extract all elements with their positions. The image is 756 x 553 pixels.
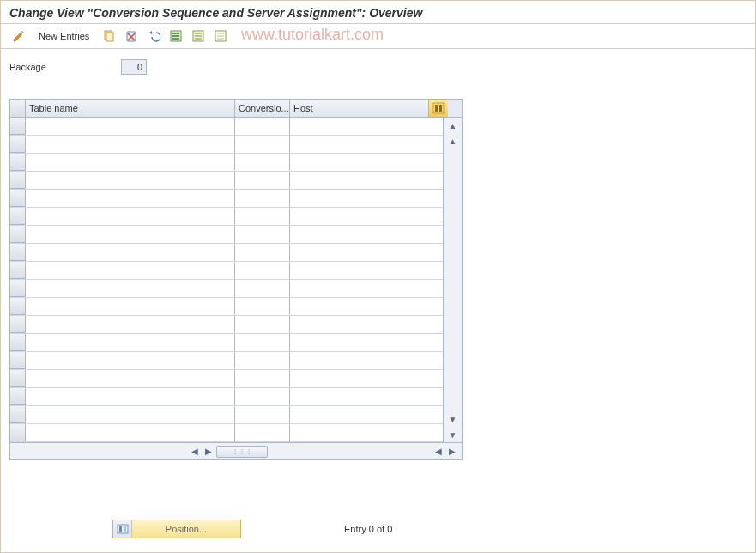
table-row[interactable]	[10, 136, 443, 154]
scroll-up2-icon[interactable]: ▲	[445, 133, 462, 149]
vertical-scrollbar[interactable]: ▲ ▲ ▼ ▼	[443, 118, 462, 442]
cell-host[interactable]	[290, 136, 429, 153]
table-row[interactable]	[10, 208, 443, 226]
row-selector[interactable]	[10, 226, 26, 243]
cell-conversion[interactable]	[235, 208, 290, 225]
row-selector[interactable]	[10, 424, 26, 441]
row-selector[interactable]	[10, 244, 26, 261]
cell-conversion[interactable]	[235, 352, 290, 369]
deselect-all-icon[interactable]	[211, 27, 230, 45]
cell-host[interactable]	[290, 118, 429, 135]
table-row[interactable]	[10, 118, 443, 136]
package-input[interactable]: 0	[121, 59, 147, 75]
row-selector[interactable]	[10, 352, 26, 369]
select-block-icon[interactable]	[189, 27, 208, 45]
cell-conversion[interactable]	[235, 154, 290, 171]
table-row[interactable]	[10, 262, 443, 280]
cell-host[interactable]	[290, 172, 429, 189]
cell-table-name[interactable]	[26, 334, 235, 351]
cell-conversion[interactable]	[235, 172, 290, 189]
row-selector[interactable]	[10, 136, 26, 153]
cell-table-name[interactable]	[26, 244, 235, 261]
cell-host[interactable]	[290, 388, 429, 405]
row-selector[interactable]	[10, 298, 26, 315]
select-all-icon[interactable]	[166, 27, 185, 45]
cell-conversion[interactable]	[235, 190, 290, 207]
cell-conversion[interactable]	[235, 298, 290, 315]
hscroll-left2-icon[interactable]: ◀	[432, 446, 445, 458]
row-selector[interactable]	[10, 208, 26, 225]
table-row[interactable]	[10, 190, 443, 208]
table-row[interactable]	[10, 280, 443, 298]
row-selector[interactable]	[10, 334, 26, 351]
cell-conversion[interactable]	[235, 334, 290, 351]
table-row[interactable]	[10, 424, 443, 442]
cell-host[interactable]	[290, 424, 429, 441]
table-row[interactable]	[10, 172, 443, 190]
cell-host[interactable]	[290, 370, 429, 387]
cell-conversion[interactable]	[235, 226, 290, 243]
cell-host[interactable]	[290, 352, 429, 369]
table-row[interactable]	[10, 226, 443, 244]
scroll-up-icon[interactable]: ▲	[445, 118, 462, 133]
copy-icon[interactable]	[100, 27, 118, 45]
cell-host[interactable]	[290, 334, 429, 351]
scroll-down2-icon[interactable]: ▼	[445, 411, 462, 427]
table-row[interactable]	[10, 406, 443, 424]
cell-host[interactable]	[290, 244, 429, 261]
row-selector[interactable]	[10, 118, 26, 135]
hscroll-left-icon[interactable]: ◀	[189, 446, 201, 458]
select-all-column-header[interactable]	[10, 100, 26, 117]
cell-table-name[interactable]	[26, 208, 235, 225]
row-selector[interactable]	[10, 154, 26, 171]
row-selector[interactable]	[10, 370, 26, 387]
cell-conversion[interactable]	[235, 388, 290, 405]
cell-table-name[interactable]	[26, 388, 235, 405]
cell-conversion[interactable]	[235, 316, 290, 333]
scroll-down-icon[interactable]: ▼	[445, 427, 462, 442]
cell-host[interactable]	[290, 406, 429, 423]
cell-host[interactable]	[290, 262, 429, 279]
cell-table-name[interactable]	[26, 424, 235, 441]
row-selector[interactable]	[10, 190, 26, 207]
column-header-host[interactable]: Host	[290, 100, 429, 117]
cell-table-name[interactable]	[26, 262, 235, 279]
cell-host[interactable]	[290, 298, 429, 315]
row-selector[interactable]	[10, 388, 26, 405]
cell-host[interactable]	[290, 154, 429, 171]
cell-conversion[interactable]	[235, 244, 290, 261]
cell-table-name[interactable]	[26, 370, 235, 387]
cell-conversion[interactable]	[235, 370, 290, 387]
row-selector[interactable]	[10, 406, 26, 423]
row-selector[interactable]	[10, 262, 26, 279]
horizontal-scrollbar[interactable]: ◀ ▶ ⋮⋮⋮ ◀ ▶	[10, 442, 462, 459]
cell-table-name[interactable]	[26, 154, 235, 171]
undo-icon[interactable]	[144, 27, 163, 45]
cell-table-name[interactable]	[26, 172, 235, 189]
cell-host[interactable]	[290, 280, 429, 297]
cell-conversion[interactable]	[235, 280, 290, 297]
table-row[interactable]	[10, 352, 443, 370]
cell-conversion[interactable]	[235, 406, 290, 423]
table-row[interactable]	[10, 370, 443, 388]
cell-conversion[interactable]	[235, 424, 290, 441]
cell-table-name[interactable]	[26, 406, 235, 423]
cell-host[interactable]	[290, 208, 429, 225]
cell-table-name[interactable]	[26, 316, 235, 333]
table-config-icon[interactable]	[429, 100, 448, 117]
cell-table-name[interactable]	[26, 190, 235, 207]
row-selector[interactable]	[10, 172, 26, 189]
cell-conversion[interactable]	[235, 136, 290, 153]
table-row[interactable]	[10, 388, 443, 406]
cell-table-name[interactable]	[26, 298, 235, 315]
table-row[interactable]	[10, 316, 443, 334]
cell-host[interactable]	[290, 316, 429, 333]
hscroll-thumb[interactable]: ⋮⋮⋮	[216, 446, 268, 458]
new-entries-button[interactable]: New Entries	[32, 27, 96, 45]
row-selector[interactable]	[10, 316, 26, 333]
toggle-display-change-icon[interactable]	[9, 27, 28, 45]
table-row[interactable]	[10, 334, 443, 352]
cell-table-name[interactable]	[26, 136, 235, 153]
delete-icon[interactable]	[122, 27, 141, 45]
cell-table-name[interactable]	[26, 226, 235, 243]
